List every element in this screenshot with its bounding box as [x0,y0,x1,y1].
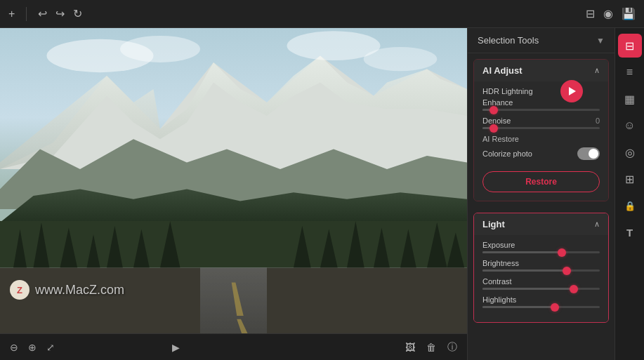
image-icon[interactable]: 🖼 [405,342,415,353]
brightness-slider-row: Brightness [482,259,600,272]
contrast-fill [482,288,574,290]
colorize-toggle[interactable] [577,147,600,160]
enhance-label: Enhance [482,98,513,107]
highlights-fill [482,306,556,308]
hdr-play-button[interactable] [560,80,583,102]
bottom-bar-right: 🖼 🗑 ⓘ [405,341,457,354]
brightness-label: Brightness [482,259,519,267]
mask-icon[interactable]: ◎ [618,140,642,164]
sidebar-header-arrow: ▼ [596,36,605,46]
brightness-fill [482,269,567,272]
lock-icon[interactable]: 🔒 [618,194,642,218]
highlights-thumb[interactable] [551,303,559,312]
svg-rect-25 [267,267,467,333]
enhance-track[interactable] [482,109,600,111]
play-icon[interactable]: ▶ [172,342,180,353]
contrast-slider-row: Contrast [482,277,600,290]
light-body: Exposure Brightness [474,235,608,322]
trash-icon[interactable]: 🗑 [426,342,436,353]
hdr-label: HDR Lightning [482,87,533,95]
canvas-area: Z www.MacZ.com ⊖ ⊕ ⤢ ▶ 🖼 🗑 ⓘ [0,28,467,360]
redo-icon[interactable]: ↪ [55,7,65,20]
icon-bar: ⊟ ≡ ▦ ☺ ◎ ⊞ 🔒 T [615,28,644,360]
adjustments-icon[interactable]: ⊟ [618,34,642,58]
toolbar-right: ⊟ ◉ 💾 [586,7,636,20]
ai-restore-label: AI Restore [482,135,600,143]
colorize-label: Colorize photo [482,149,532,158]
denoise-track[interactable] [482,127,600,129]
sidebar-header-title: Selection Tools [478,35,539,46]
svg-point-29 [364,47,438,71]
fit-icon[interactable]: ⤢ [46,342,55,353]
right-sidebar: Selection Tools ▼ AI Adjust ∧ HDR Lightn… [467,28,615,360]
ai-adjust-panel-header[interactable]: AI Adjust ∧ [474,60,608,81]
contrast-label-row: Contrast [482,277,600,286]
hdr-row: HDR Lightning [482,87,600,95]
info-icon[interactable]: ⓘ [447,341,457,354]
main-content: Z www.MacZ.com ⊖ ⊕ ⤢ ▶ 🖼 🗑 ⓘ Selection T… [0,28,644,360]
toolbar-sep-1 [26,7,27,21]
enhance-slider-row: Enhance [482,98,600,111]
brightness-thumb[interactable] [563,267,571,275]
bottom-bar-center: ▶ [172,342,180,353]
light-panel-header[interactable]: Light ∧ [474,213,608,235]
exposure-label: Exposure [482,241,515,249]
denoise-label: Denoise [482,116,511,125]
text-tool-icon[interactable]: T [618,220,642,244]
enhance-label-row: Enhance [482,98,600,107]
watermark-text: www.MacZ.com [35,283,124,298]
light-arrow: ∧ [594,220,600,229]
zoom-out-icon[interactable]: ⊖ [10,342,18,353]
brightness-track[interactable] [482,269,600,272]
ai-adjust-panel: AI Adjust ∧ HDR Lightning Enhance [473,59,609,201]
light-title: Light [482,219,505,229]
photo-container[interactable]: Z www.MacZ.com [0,28,467,333]
ai-adjust-title: AI Adjust [482,65,523,76]
exposure-fill [482,251,563,253]
svg-rect-24 [0,267,200,333]
restore-button[interactable]: Restore [482,171,600,192]
highlights-track[interactable] [482,306,600,308]
crop-icon[interactable]: ⊞ [618,167,642,191]
ai-adjust-arrow: ∧ [594,66,600,75]
contrast-track[interactable] [482,288,600,290]
undo-icon[interactable]: ↩ [38,7,47,20]
toggle-knob [589,149,598,159]
svg-point-27 [120,36,200,62]
eye-icon[interactable]: ◉ [603,7,613,20]
contrast-thumb[interactable] [570,285,578,293]
highlights-label: Highlights [482,295,516,304]
denoise-slider-row: Denoise 0 [482,116,600,129]
denoise-label-row: Denoise 0 [482,116,600,125]
denoise-thumb[interactable] [489,124,498,133]
bottom-bar: ⊖ ⊕ ⤢ ▶ 🖼 🗑 ⓘ [0,333,467,360]
exposure-thumb[interactable] [558,248,566,257]
watermark-logo: Z [10,280,29,300]
face-icon[interactable]: ☺ [618,114,642,138]
zoom-in-icon[interactable]: ⊕ [28,342,37,353]
ai-adjust-body: HDR Lightning Enhance [474,81,608,201]
enhance-thumb[interactable] [489,106,498,114]
denoise-value: 0 [596,116,600,125]
exposure-label-row: Exposure [482,241,600,249]
contrast-label: Contrast [482,277,512,286]
top-toolbar: + ↩ ↪ ↻ ⊟ ◉ 💾 [0,0,644,28]
gallery-icon[interactable]: ▦ [618,87,642,111]
highlights-slider-row: Highlights [482,295,600,308]
split-view-icon[interactable]: ⊟ [586,7,595,20]
stack-layers-icon[interactable]: ≡ [618,60,642,84]
exposure-slider-row: Exposure [482,241,600,253]
exposure-track[interactable] [482,251,600,253]
refresh-icon[interactable]: ↻ [73,7,82,20]
sidebar-header[interactable]: Selection Tools ▼ [468,28,615,53]
watermark: Z www.MacZ.com [10,280,124,300]
add-icon[interactable]: + [8,8,15,20]
colorize-toggle-row: Colorize photo [482,147,600,160]
photo-background: Z www.MacZ.com [0,28,467,333]
save-icon[interactable]: 💾 [622,7,636,20]
highlights-label-row: Highlights [482,295,600,304]
light-panel: Light ∧ Exposure Brightnes [473,213,609,323]
brightness-label-row: Brightness [482,259,600,267]
play-triangle-icon [569,87,576,95]
